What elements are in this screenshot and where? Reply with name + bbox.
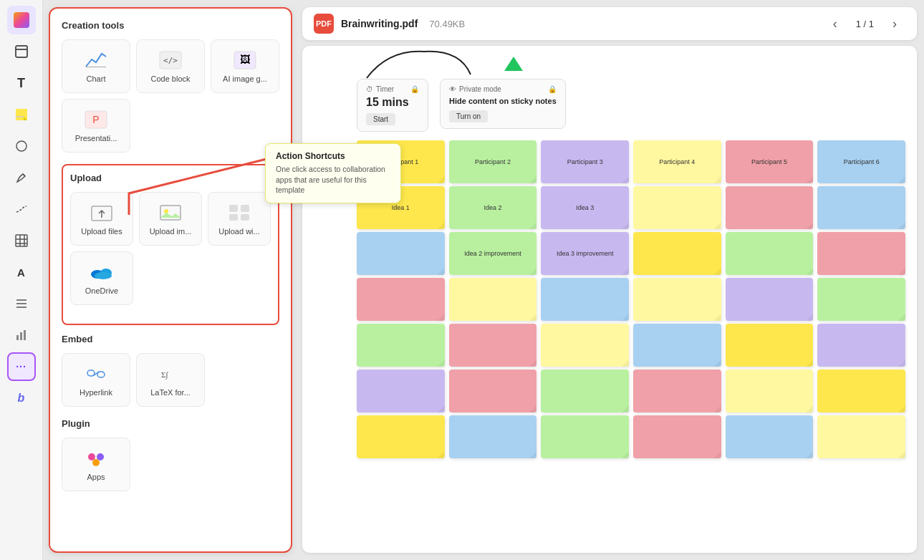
stickies-row-4 (357, 324, 905, 367)
svg-rect-36 (87, 370, 95, 376)
participant-2: Participant 2 (449, 140, 537, 183)
sidebar-icon-connector[interactable] (7, 195, 36, 223)
timer-start-button[interactable]: Start (366, 113, 395, 125)
action-tooltip: Action Shortcuts One click access to col… (265, 143, 401, 203)
tool-hyperlink[interactable]: Hyperlink (62, 353, 130, 407)
svg-rect-29 (229, 205, 238, 212)
presentation-icon: P (83, 110, 109, 130)
sticky-4-5 (726, 324, 814, 367)
sidebar-icon-brand[interactable]: b (7, 384, 36, 412)
sticky-6-2 (449, 415, 537, 458)
creation-tools-grid: Chart </> Code block 🖼 AI image g... P P… (62, 39, 279, 153)
tools-panel: Creation tools Chart </> Code block 🖼 AI… (49, 7, 292, 553)
next-page-button[interactable]: › (884, 13, 905, 34)
sticky-4-6 (817, 324, 905, 367)
latex-icon: Σ∫ (158, 364, 183, 384)
tool-chart-label: Chart (87, 74, 106, 83)
participant-6: Participant 6 (817, 140, 905, 183)
file-size: 70.49KB (429, 19, 465, 29)
sticky-2-5 (726, 232, 814, 275)
svg-rect-18 (24, 330, 26, 340)
upload-tools-grid: Upload files Upload im... Upload wi... (70, 192, 271, 305)
participant-3: Participant 3 (541, 140, 629, 183)
sticky-3-6 (817, 278, 905, 321)
stickies-container: Participant 1 Participant 2 Participant … (357, 140, 905, 458)
sticky-4-4 (633, 324, 721, 367)
upload-widget-icon (226, 203, 252, 223)
tool-ai-label: AI image g... (223, 74, 267, 83)
svg-point-41 (92, 459, 100, 466)
file-name: Brainwriting.pdf (341, 18, 418, 29)
sidebar-icon-list[interactable] (7, 289, 36, 318)
svg-rect-37 (97, 372, 105, 377)
ai-image-icon: 🖼 (232, 50, 258, 70)
svg-point-6 (16, 141, 27, 151)
sticky-5-3 (541, 370, 629, 412)
onedrive-icon (89, 262, 115, 282)
stickies-row-6 (357, 415, 905, 458)
private-title: Hide content on sticky notes (449, 96, 557, 106)
svg-rect-17 (20, 332, 22, 340)
stickies-row-5 (357, 370, 905, 412)
tool-apps[interactable]: Apps (62, 438, 130, 491)
code-icon: </> (158, 50, 183, 70)
tool-ai-image[interactable]: 🖼 AI image g... (211, 39, 279, 93)
private-mode-icon: 👁 (449, 85, 456, 93)
sticky-2-6 (817, 232, 905, 275)
sidebar-icon-chart[interactable] (7, 321, 36, 349)
svg-rect-0 (14, 12, 29, 28)
private-turn-on-button[interactable]: Turn on (449, 110, 488, 122)
sticky-3-4 (633, 278, 721, 321)
tool-upload-widget[interactable]: Upload wi... (208, 192, 271, 246)
sticky-1-6 (817, 186, 905, 229)
sticky-6-4 (633, 415, 721, 458)
embed-title: Embed (62, 334, 279, 344)
stickies-row-3 (357, 278, 905, 321)
tool-presentation[interactable]: P Presentati... (62, 99, 130, 153)
sidebar-icon-text[interactable]: T (7, 69, 36, 97)
participants-row: Participant 1 Participant 2 Participant … (357, 140, 905, 183)
svg-rect-31 (229, 214, 238, 221)
apps-icon (83, 448, 109, 468)
tool-upload-files[interactable]: Upload files (70, 192, 133, 246)
svg-rect-16 (16, 335, 19, 340)
sticky-6-1 (357, 415, 445, 458)
tooltip-description: One click access to collaboration apps t… (276, 164, 390, 195)
sticky-5-6 (817, 370, 905, 412)
svg-marker-43 (504, 57, 523, 71)
sidebar-icon-gradient[interactable] (7, 6, 36, 34)
tooltip-title: Action Shortcuts (276, 151, 390, 161)
sticky-3-2 (449, 278, 537, 321)
sidebar-icon-more[interactable]: ··· (7, 352, 36, 381)
sticky-3-3 (541, 278, 629, 321)
sidebar-icon-shape[interactable] (7, 132, 36, 160)
sidebar-icon-sticky[interactable] (7, 100, 36, 129)
svg-rect-19 (86, 67, 106, 67)
sticky-3-1 (357, 278, 445, 321)
green-triangle (503, 53, 524, 74)
upload-section: Upload Upload files Upload im... (62, 164, 279, 325)
sticky-1-5 (726, 186, 814, 229)
sidebar-icon-texta[interactable]: A (7, 258, 36, 286)
sidebar-icon-pen[interactable] (7, 163, 36, 192)
prev-page-button[interactable]: ‹ (824, 13, 846, 34)
sidebar-icon-table[interactable] (7, 226, 36, 255)
sticky-5-2 (449, 370, 537, 412)
sticky-3-5 (726, 278, 814, 321)
private-header: 👁 Private mode 🔒 (449, 85, 557, 93)
tool-onedrive[interactable]: OneDrive (70, 251, 133, 305)
tool-upload-images[interactable]: Upload im... (139, 192, 202, 246)
tool-code[interactable]: </> Code block (136, 39, 205, 93)
svg-text:Σ∫: Σ∫ (161, 370, 168, 380)
tool-latex[interactable]: Σ∫ LaTeX for... (136, 353, 205, 407)
tool-upload-widget-label: Upload wi... (218, 227, 259, 236)
hyperlink-icon (83, 364, 109, 384)
sticky-2-4 (633, 232, 721, 275)
tool-code-label: Code block (150, 74, 190, 83)
svg-rect-1 (16, 46, 27, 57)
svg-text:🖼: 🖼 (240, 54, 250, 65)
tool-chart[interactable]: Chart (62, 39, 130, 93)
sidebar-icon-frame[interactable] (7, 37, 36, 66)
sticky-5-1 (357, 370, 445, 412)
canvas-area: ⏱ Timer 🔒 15 mins Start 👁 Private mode 🔒… (302, 46, 917, 553)
